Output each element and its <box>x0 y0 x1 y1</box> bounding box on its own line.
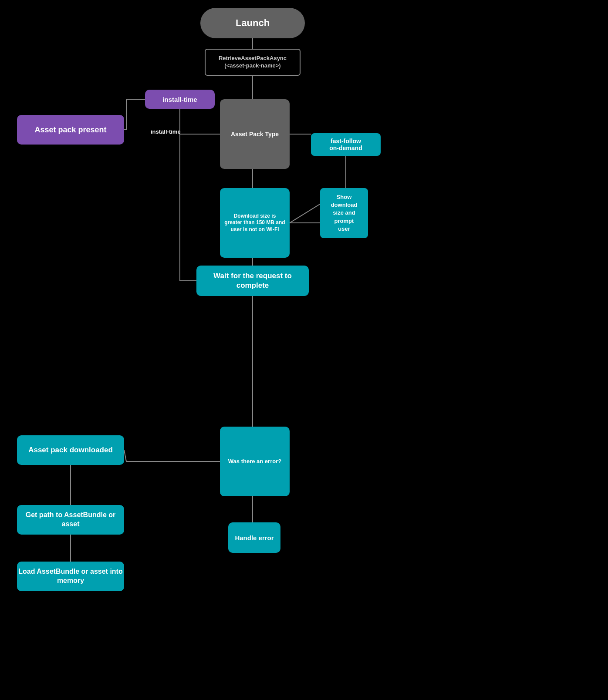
retrieve-node: RetrieveAssetPackAsync (<asset-pack-name… <box>205 49 301 76</box>
svg-line-15 <box>124 450 126 461</box>
load-asset-node: Load AssetBundle or asset into memory <box>17 562 124 591</box>
handle-error-node: Handle error <box>228 522 280 553</box>
install-time-node: install-time <box>145 90 215 109</box>
install-time-connector-label: install-time <box>151 128 181 135</box>
flowchart: Launch RetrieveAssetPackAsync (<asset-pa… <box>0 0 608 700</box>
was-error-label: Was there an error? <box>220 427 290 496</box>
asset-pack-type-label: Asset Pack Type <box>220 99 290 169</box>
asset-pack-present-node: Asset pack present <box>17 115 124 145</box>
wait-request-node: Wait for the request to complete <box>196 266 309 296</box>
get-path-node: Get path to AssetBundle or asset <box>17 505 124 535</box>
connector-lines <box>0 0 608 700</box>
retrieve-line2: (<asset-pack-name>) <box>224 62 280 70</box>
fast-follow-node: fast-follow on-demand <box>311 133 381 156</box>
download-size-diamond: Download size is greater than 150 MB and… <box>206 174 304 272</box>
asset-pack-type-diamond: Asset Pack Type <box>206 85 304 183</box>
show-download-node: Show download size and prompt user <box>320 188 368 238</box>
retrieve-line1: RetrieveAssetPackAsync <box>219 55 287 62</box>
launch-node: Launch <box>200 8 305 38</box>
was-error-diamond: Was there an error? <box>206 412 304 511</box>
download-size-label: Download size is greater than 150 MB and… <box>220 188 290 258</box>
asset-downloaded-node: Asset pack downloaded <box>17 435 124 465</box>
